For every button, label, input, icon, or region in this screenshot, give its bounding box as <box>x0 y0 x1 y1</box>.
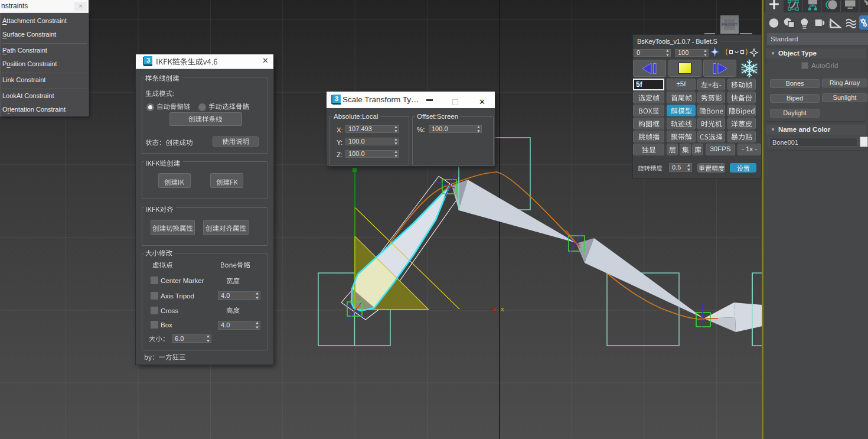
svg-text:x: x <box>501 305 504 313</box>
svg-text:3: 3 <box>146 57 150 64</box>
svg-text:3: 3 <box>335 95 338 102</box>
